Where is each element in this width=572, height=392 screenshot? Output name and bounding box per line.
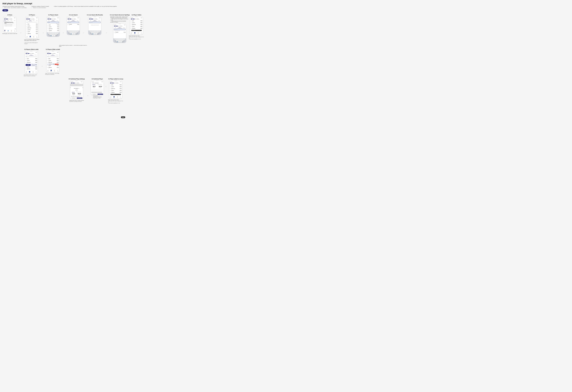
add-player-btn[interactable]: Add Player [77,98,82,99]
player-avatar-dialog [75,89,78,91]
tab-other[interactable]: Other [13,20,16,21]
league-dk[interactable]: DK [4,19,6,19]
ind-tab-gamelog[interactable]: Game Log [92,84,95,85]
toast-4-2: T Koehler hidden Undo × [131,30,142,31]
start-button[interactable]: Start [2,9,8,12]
flow-canvas: 1.0 News 9:41 AM 100% DK MLB 4/16 · 8:00… [2,14,144,121]
key-u[interactable]: U [54,32,55,33]
back-btn[interactable]: ← Players [92,83,94,83]
phone-4-0-dialog: 9:41 AM100% DK MLB 4/16 · 8:00PM ▾ Tom K… [70,80,83,99]
dialog-tabs: Game Log News/Projections [71,92,82,93]
phone-3-1-live: 9:41 AM100% DK MLB 4/16 · 8:00PM ▾ News … [67,16,80,35]
key-r[interactable]: R [51,32,52,33]
ind-news-text: Koehler (Elbow) will see a hand speciali… [91,91,104,93]
search-active-3-1[interactable]: 🔍 | [48,22,59,23]
annotation-3-0: User can change the Slate, but default S… [24,39,40,44]
hide-btn[interactable]: ✓ Hide Player [55,64,59,65]
key-p[interactable]: P [58,32,59,33]
section-label-3-2a: 3.2 Players (Slide to Add) [24,49,38,50]
undo-btn[interactable]: Undo [119,94,120,95]
phone-tabs-1-0: News Players Lineup Other [3,20,16,21]
section-4-0-dialog: 4.0 Individual Player (Dialog) 9:41 AM10… [68,78,85,102]
no-results-text: No players match in this slate [89,24,101,26]
arrow-3-2a-to-3-2b: → [41,65,43,67]
keyboard-incorrect[interactable]: QWERTYUIOP ASDFGHJKL ⇧ZXCVBNM⌫ 123 🌐 spa… [113,38,126,43]
undo-btn-4-2[interactable]: Undo × [140,30,141,31]
tab-other-3-0[interactable]: Other [35,20,38,21]
footer-news-3-0[interactable]: 📰News [27,36,28,38]
status-battery: 100% [14,17,16,18]
player-name-header: Tom Koehler [95,83,98,83]
key-e[interactable]: E [50,32,51,33]
scrollable-area[interactable] [92,89,103,91]
ind-tab-news[interactable]: News/Projections [98,84,102,85]
tab-news-proj[interactable]: News/Projections [77,92,81,93]
tab-news-3-0[interactable]: News [26,20,29,21]
phone-header-1-0: DK MLB 4/16 · 8:00PM ▾ [3,18,16,20]
row-3: 4.0 Individual Player (Dialog) 9:41 AM10… [68,78,144,104]
key-q[interactable]: Q [48,32,49,33]
section-label-4-1: 4.1 Player added to Lineup [108,78,123,80]
key-t[interactable]: T [52,32,53,33]
news-item-1: Sanchez (Elbow) will see a hand speciali… [4,22,16,24]
arrow-dialog-to-individual: → [87,95,89,97]
keyboard-3-1[interactable]: QWERTYUIOP ASDFGHJKL ⇧ZXCVBNM⌫ 123 🌐 spa… [47,32,60,36]
league-row-1-0: DK MLB 4/16 · 8:00PM ▾ [4,19,16,19]
autocomplete-note: Autocomplete results via search — load r… [59,45,89,47]
tab-players[interactable]: Players [7,20,10,21]
footer-news[interactable]: 📰News [4,30,5,32]
phone-status-1-0: 9:41 AM 100% [3,17,16,18]
league-mlb-3-0[interactable]: MLB [28,19,30,19]
key-o[interactable]: O [57,32,57,33]
phone-search-3-0[interactable]: 🔍 [26,22,38,23]
tab-lineup[interactable]: Lineup [10,20,13,21]
slide-hide-row[interactable]: SPT KoehlerMIA $7,900★★★ ✓ Hide Player [47,64,59,65]
news-player-btn[interactable]: News Player [71,98,77,99]
key-w[interactable]: W [49,32,50,33]
subtitle-row: • Research and creating a lineup take to… [2,6,570,8]
section-label-4-0: 4.0 Individual Player [92,78,103,80]
section-label-3-1-search: 3.1 Players Seach [48,14,58,15]
player-row-5: SPA GriffsCHC $6,500★★★ [26,31,38,33]
tab-gamelog[interactable]: Game Log [72,92,75,93]
row-2: 3.2 Players (Slide to Add) 9:41 AM100% D… [2,49,144,76]
add-to-lineup-btn[interactable]: ✓ Add to Lineup [26,64,31,66]
footer-players-3-0[interactable]: 👤Players [30,36,31,38]
footer-other-3-0[interactable]: ⋯Other [36,36,37,38]
tab-players-3-0[interactable]: Players [29,20,32,21]
subtitle-2: • Optimize creating a lineup for speed R… [31,6,49,8]
footer-players[interactable]: 👤Players [7,30,9,32]
tab-news[interactable]: News [3,20,7,21]
phone-4-1: 9:41 AM100% DK MLB 4/16 · 8:00PM ▾ SPR R… [109,80,122,99]
news-player-btn-ind[interactable]: News Player [92,94,97,95]
footer-lineup-3-0[interactable]: 📋Lineup [33,36,34,38]
add-player-btn-ind[interactable]: Add Player [97,94,103,95]
keyboard-noresults[interactable]: QWERTYUIOP ASDFGHJKL ⇧ZXCVBNM⌫ 123 🌐 spa… [88,30,101,35]
league-mlb-3-1[interactable]: MLB [49,19,51,19]
section-label-3-0: 3.0 Players [29,14,35,15]
subtitle-text-2: • Optimize creating a lineup for speed [31,6,49,7]
tap-label-1-0: Tap [3,28,16,29]
stat-row-dialog: 16.8 FPPG $419 Salary [71,93,82,95]
footer-other[interactable]: ⋯Other [14,30,15,32]
league-dk-3-0[interactable]: DK [26,19,28,19]
phone-3-2b: 9:41 AM100% DK MLB 4/16 · 8:00PM ▾ News … [46,51,59,72]
league-time: 4/16 · 8:00PM ▾ [8,19,13,19]
league-dk-3-1[interactable]: DK [48,19,49,19]
tab-lineup-3-0[interactable]: Lineup [32,20,35,21]
keyboard-live[interactable]: QWERTYUIOP ASDFGHJKL ⇧ZXCVBNM⌫ 123 🌐 spa… [67,30,80,35]
league-time-3-0: 4/16 · 8:00PM ▾ [30,19,35,19]
status-time-3-0: 9:41 AM [26,17,28,18]
league-mlb[interactable]: MLB [6,19,8,19]
key-y[interactable]: Y [53,32,54,33]
league-row-3-0: DK MLB 4/16 · 8:00PM ▾ [26,19,38,19]
footer-lineup[interactable]: 📋Lineup [11,30,12,32]
slide-add-row[interactable]: ✓ Add to Lineup SPT KoehlerMIA $7,100★★★ [26,64,37,66]
phone-4-2: 9:41 AM100% DK MLB 4/16 · 8:00PM ▾ SPR R… [130,16,143,35]
page-header: Add player to lineup, concept • Research… [2,2,570,8]
page-wrapper: Add player to lineup, concept • Research… [2,2,570,121]
subtitle-3: • When I'm putting together a DFS lineup… [54,6,117,8]
key-i[interactable]: I [55,32,56,33]
scrollable-note: Scrollable content area [93,96,101,97]
arrow-to-4-1: ↑ [105,78,106,88]
